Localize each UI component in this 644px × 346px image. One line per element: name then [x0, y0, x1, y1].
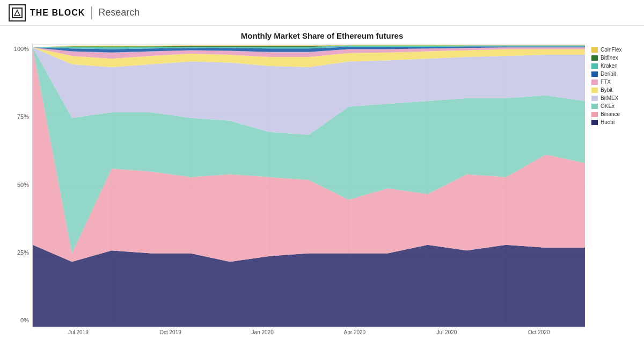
deribit-label: Deribit — [601, 71, 616, 77]
legend-kraken: Kraken — [591, 63, 633, 69]
y-axis: 100% 75% 50% 25% 0% — [11, 45, 32, 335]
header: THE BLOCK Research — [0, 0, 644, 26]
y-label-0: 0% — [20, 317, 29, 323]
chart-title: Monthly Market Share of Ethereum futures — [11, 31, 633, 40]
x-label-apr20: Apr 2020 — [309, 329, 401, 335]
huobi-color — [591, 120, 598, 125]
okex-label: OKEx — [601, 103, 614, 109]
bitmex-label: BitMEX — [601, 95, 618, 101]
legend-ftx: FTX — [591, 79, 633, 85]
legend-bybit: Bybit — [591, 87, 633, 93]
kraken-color — [591, 63, 598, 69]
legend-binance: Binance — [591, 111, 633, 117]
huobi-layer — [33, 245, 585, 327]
bybit-label: Bybit — [601, 87, 612, 93]
logo-icon — [9, 4, 26, 21]
binance-color — [591, 112, 598, 117]
header-divider — [91, 6, 92, 19]
binance-label: Binance — [601, 111, 620, 117]
y-label-25: 25% — [17, 249, 29, 256]
bitfinex-label: Bitfinex — [601, 55, 618, 61]
chart-container: Monthly Market Share of Ethereum futures… — [0, 26, 644, 346]
stacked-area-svg — [33, 45, 585, 327]
coinflex-label: CoinFlex — [601, 47, 621, 53]
bitfinex-color — [591, 55, 598, 61]
y-label-100: 100% — [14, 46, 29, 52]
legend-huobi: Huobi — [591, 119, 633, 125]
legend-coinflex: CoinFlex — [591, 47, 633, 53]
y-label-50: 50% — [17, 182, 29, 188]
y-label-75: 75% — [17, 113, 29, 120]
legend-deribit: Deribit — [591, 71, 633, 77]
legend-okex: OKEx — [591, 103, 633, 109]
bybit-color — [591, 88, 598, 93]
x-label-jul20: Jul 2020 — [401, 329, 493, 335]
chart-and-legend: Jul 2019 Oct 2019 Jan 2020 Apr 2020 Jul … — [32, 45, 633, 335]
brand-name: THE BLOCK — [30, 8, 85, 18]
kraken-label: Kraken — [601, 63, 618, 69]
x-label-oct20: Oct 2020 — [493, 329, 585, 335]
coinflex-color — [591, 47, 598, 53]
chart-plot — [32, 45, 585, 327]
okex-color — [591, 104, 598, 109]
chart-area: 100% 75% 50% 25% 0% — [11, 45, 633, 335]
svg-marker-1 — [14, 10, 20, 16]
bitmex-color — [591, 96, 598, 101]
ftx-label: FTX — [601, 79, 611, 85]
chart-plot-wrapper: Jul 2019 Oct 2019 Jan 2020 Apr 2020 Jul … — [32, 45, 585, 335]
x-label-oct19: Oct 2019 — [125, 329, 217, 335]
x-label-jul19: Jul 2019 — [32, 329, 125, 335]
huobi-label: Huobi — [601, 119, 614, 125]
ftx-color — [591, 80, 598, 85]
legend-bitfinex: Bitfinex — [591, 55, 633, 61]
x-label-jan20: Jan 2020 — [216, 329, 309, 335]
deribit-color — [591, 71, 598, 77]
research-label: Research — [98, 7, 140, 18]
x-axis: Jul 2019 Oct 2019 Jan 2020 Apr 2020 Jul … — [32, 327, 585, 335]
chart-legend: CoinFlex Bitfinex Kraken Deribit FTX — [585, 45, 633, 335]
legend-bitmex: BitMEX — [591, 95, 633, 101]
